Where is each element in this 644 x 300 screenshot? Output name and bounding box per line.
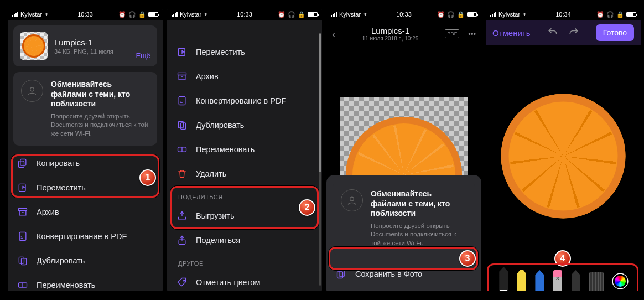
action-pdf[interactable]: Конвертирование в PDF	[170, 89, 319, 113]
person-icon	[21, 80, 43, 102]
nearby-share-card[interactable]: Обменивайтесь файлами с теми, кто поблиз…	[333, 182, 475, 255]
action-label: Сохранить в Фото	[355, 270, 422, 278]
move-icon	[176, 46, 188, 58]
headphones-icon: 🎧	[606, 11, 614, 18]
action-share[interactable]: Поделиться	[170, 228, 319, 252]
battery-icon	[148, 12, 158, 17]
action-info[interactable]: Инфо	[330, 286, 478, 291]
action-delete[interactable]: Удалить	[170, 162, 319, 186]
rename-icon	[17, 279, 29, 291]
action-label: Поделиться	[196, 236, 240, 245]
screen-editor: Kyivstarᯤ 10:34 ⏰🎧🔒 Отменить Готово 4	[486, 9, 641, 291]
action-rename[interactable]: Переименовать	[11, 273, 159, 291]
action-move[interactable]: Переместить	[170, 40, 319, 64]
nearby-share-sub: Попросите друзей открыть Documents и под…	[371, 222, 467, 248]
actions-menu: Копировать Переместить Архив Конвертиров…	[11, 151, 159, 291]
callout-badge-4: 4	[554, 250, 571, 267]
status-bar: Kyivstarᯤ 10:34 ⏰🎧🔒	[486, 9, 641, 20]
copy-icon	[335, 268, 347, 280]
back-button[interactable]: ‹	[332, 28, 336, 40]
battery-icon	[626, 12, 636, 17]
archive-icon	[176, 70, 188, 82]
actions-menu: Переместить Архив Конвертирование в PDF …	[170, 40, 319, 291]
preview-header: ‹ Lumpics-1 11 июля 2018 г., 10:25 PDF •…	[326, 20, 481, 48]
action-duplicate[interactable]: Дублировать	[170, 113, 319, 137]
nearby-share-title: Обменивайтесь файлами с теми, кто поблиз…	[371, 189, 467, 219]
file-name: Lumpics-1	[54, 38, 113, 47]
archive-icon	[17, 206, 29, 218]
lock-icon: 🔒	[616, 11, 624, 18]
more-link[interactable]: Ещё	[136, 51, 150, 60]
export-pdf-icon[interactable]: PDF	[445, 29, 459, 38]
carrier-label: Kyivstar	[498, 11, 520, 18]
callout-badge-2: 2	[299, 199, 315, 216]
section-header-other: ДРУГОЕ	[170, 252, 319, 270]
highlighter-tool[interactable]	[517, 270, 526, 291]
action-label: Дублировать	[196, 121, 244, 130]
lock-icon: 🔒	[457, 11, 465, 18]
action-label: Переименовать	[196, 145, 255, 154]
done-button[interactable]: Готово	[596, 24, 634, 41]
carrier-label: Kyivstar	[20, 11, 42, 18]
action-label: Переместить	[37, 183, 86, 192]
action-label: Дублировать	[37, 256, 85, 265]
action-archive[interactable]: Архив	[170, 64, 319, 89]
trash-icon	[176, 168, 188, 180]
status-bar: Kyivstarᯤ 10:33 ⏰🎧🔒	[167, 9, 322, 20]
alarm-icon: ⏰	[278, 11, 285, 18]
alarm-icon: ⏰	[596, 11, 604, 18]
action-label: Копировать	[37, 159, 80, 168]
action-label: Удалить	[196, 169, 226, 178]
action-label: Выгрузить	[196, 211, 234, 220]
action-upload[interactable]: Выгрузить	[170, 204, 319, 228]
lock-icon: 🔒	[138, 11, 146, 18]
alarm-icon: ⏰	[437, 11, 445, 18]
nearby-share-sub: Попросите друзей открыть Documents и под…	[51, 112, 149, 138]
duplicate-icon	[17, 255, 29, 267]
ruler-tool[interactable]	[589, 272, 604, 291]
action-move[interactable]: Переместить	[11, 175, 159, 200]
redo-button[interactable]	[568, 27, 579, 39]
callout-badge-1: 1	[139, 169, 156, 186]
more-icon[interactable]: •••	[468, 30, 476, 38]
pencil-tool[interactable]	[535, 270, 544, 291]
action-pdf[interactable]: Конвертирование в PDF	[11, 224, 159, 249]
action-archive[interactable]: Архив	[11, 200, 159, 224]
lock-icon: 🔒	[298, 11, 305, 18]
action-label: Конвертирование в PDF	[196, 96, 286, 105]
nearby-share-title: Обменивайтесь файлами с теми, кто поблиз…	[51, 80, 149, 109]
action-label: Отметить цветом	[196, 278, 260, 287]
section-header-share: ПОДЕЛИТЬСЯ	[170, 186, 319, 204]
editor-toolbar: Отменить Готово	[486, 20, 641, 45]
wifi-icon: ᯤ	[44, 11, 50, 18]
headphones-icon: 🎧	[288, 11, 295, 18]
undo-button[interactable]	[547, 27, 558, 39]
canvas-image[interactable]	[501, 94, 626, 219]
action-copy[interactable]: Копировать	[11, 151, 159, 175]
file-thumbnail	[20, 32, 48, 60]
action-rename[interactable]: Переименовать	[170, 137, 319, 162]
lasso-tool[interactable]	[572, 270, 580, 291]
pen-tool[interactable]	[499, 267, 508, 291]
preview-title: Lumpics-1	[362, 26, 419, 35]
action-label: Переместить	[196, 48, 245, 56]
pdf-icon	[176, 95, 188, 107]
eraser-tool[interactable]	[553, 270, 562, 291]
preview-subtitle: 11 июля 2018 г., 10:25	[362, 35, 419, 42]
person-icon	[341, 189, 363, 211]
screen-file-menu: Kyivstarᯤ 10:33 ⏰🎧🔒 Lumpics-1 34 КБ, PNG…	[8, 9, 163, 291]
wifi-icon: ᯤ	[522, 11, 528, 18]
action-save-photo[interactable]: Сохранить в Фото	[330, 262, 478, 286]
action-duplicate[interactable]: Дублировать	[11, 249, 159, 273]
image-preview	[340, 97, 468, 175]
color-picker[interactable]	[613, 274, 627, 288]
action-tag[interactable]: Отметить цветом	[170, 270, 319, 291]
battery-icon	[467, 12, 477, 17]
callout-badge-3: 3	[459, 250, 476, 267]
action-label: Переименовать	[37, 281, 95, 289]
cancel-button[interactable]: Отменить	[492, 28, 531, 38]
status-bar: Kyivstarᯤ 10:33 ⏰🎧🔒	[8, 9, 163, 20]
nearby-share-card[interactable]: Обменивайтесь файлами с теми, кто поблиз…	[13, 72, 157, 146]
scrollbar[interactable]	[319, 33, 321, 286]
screen-preview: Kyivstarᯤ 10:33 ⏰🎧🔒 ‹ Lumpics-1 11 июля …	[326, 9, 481, 291]
